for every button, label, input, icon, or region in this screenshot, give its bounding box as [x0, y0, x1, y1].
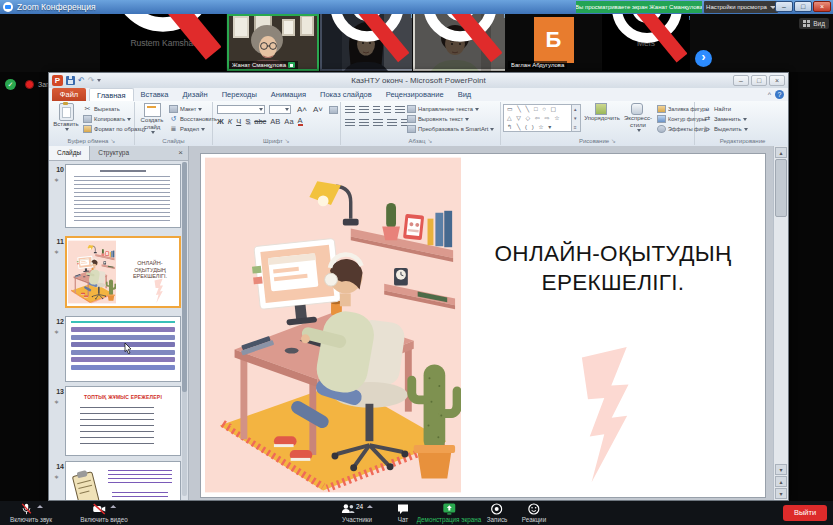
new-slide-button[interactable]: Создать слайд [137, 103, 167, 134]
tab-design[interactable]: Дизайн [175, 88, 214, 101]
font-size-input[interactable] [269, 105, 291, 114]
leave-meeting-button[interactable]: Выйти [783, 505, 827, 521]
char-spacing-button[interactable]: АВ [270, 117, 280, 126]
reactions-button[interactable]: Реакции [522, 503, 546, 523]
tab-home[interactable]: Главная [89, 88, 134, 101]
dialog-launcher-icon[interactable]: ↘ [285, 138, 290, 144]
scrollbar-thumb[interactable] [775, 159, 787, 217]
tab-transitions[interactable]: Переходы [215, 88, 264, 101]
dialog-launcher-icon[interactable]: ↘ [611, 138, 616, 144]
font-name-input[interactable] [217, 105, 265, 114]
unmute-button[interactable]: Включить звук [10, 503, 52, 523]
lightning-shape[interactable] [556, 339, 668, 490]
change-case-button[interactable]: Аа [284, 117, 293, 126]
section-button[interactable]: ≣Раздел [169, 124, 205, 134]
zoom-minimize-button[interactable]: – [775, 1, 793, 12]
outline-tab[interactable]: Структура [90, 146, 137, 160]
drawing-group: ▭ ╲ ╲ □ ○ ▢△ ▽ ◇ ⇦ ⇨ ☆↰ ╲ ( ) ☆ ▾ ▴▾≡ Уп… [501, 102, 695, 145]
align-text-icon [407, 115, 416, 123]
zoom-close-button[interactable]: × [813, 1, 831, 12]
tab-file[interactable]: Файл [52, 88, 86, 101]
next-participants-page-button[interactable]: › [695, 50, 712, 67]
dialog-launcher-icon[interactable]: ↘ [110, 138, 115, 144]
shapes-gallery[interactable]: ▭ ╲ ╲ □ ○ ▢△ ▽ ◇ ⇦ ⇨ ☆↰ ╲ ( ) ☆ ▾ ▴▾≡ [503, 104, 581, 132]
shapes-scroll[interactable]: ▴▾≡ [571, 105, 580, 132]
zoom-maximize-button[interactable]: □ [794, 1, 812, 12]
shadow-button[interactable]: S [245, 117, 250, 126]
slide-thumbnail-14[interactable] [65, 461, 181, 500]
font-color-button[interactable]: А [298, 117, 303, 126]
chevron-up-icon[interactable] [37, 505, 43, 508]
close-panel-icon[interactable]: × [173, 146, 188, 160]
slide-title-textbox[interactable]: ОНЛАЙН-ОҚЫТУДЫҢ ЕРЕКШЕЛІГІ. [467, 240, 759, 298]
quick-styles-button[interactable]: Экспресс-стили [621, 103, 655, 132]
view-options-button[interactable]: Настройки просмотра [704, 1, 778, 13]
participant-tile-baglan[interactable]: Б Баглан Абдугулова [506, 14, 601, 71]
alignment-buttons[interactable] [345, 119, 410, 127]
ppt-minimize-button[interactable]: – [733, 75, 749, 86]
paste-button[interactable]: Вставить [52, 103, 80, 131]
italic-button[interactable]: К [228, 117, 232, 126]
replace-button[interactable]: ⇄Заменить [703, 114, 747, 124]
layout-button[interactable]: Макет [169, 104, 202, 114]
record-button[interactable]: Запись [487, 503, 508, 523]
participant-tile-zhanat[interactable]: Жанат Сманқұлова [227, 14, 319, 71]
editor-scrollbar[interactable]: ▴ ▾ ▴ ▾ [773, 146, 788, 500]
grow-font-button[interactable]: А˄ [297, 105, 307, 114]
view-layout-button[interactable]: Вид [799, 18, 829, 29]
tab-slideshow[interactable]: Показ слайдов [313, 88, 379, 101]
copy-button[interactable]: Копировать [83, 114, 131, 124]
slide-thumbnail-13[interactable]: ТОПТЫҚ ЖҰМЫС ЕРЕЖЕЛЕРІ [65, 386, 181, 456]
participant-tile-mareka[interactable]: Марека Тулекова [413, 14, 505, 71]
list-buttons[interactable] [345, 106, 406, 114]
tab-view[interactable]: Вид [451, 88, 479, 101]
participants-button[interactable]: 24 Участники [341, 503, 373, 523]
text-direction-button[interactable]: Направление текста [407, 104, 479, 114]
chevron-down-icon [201, 128, 205, 131]
clear-formatting-icon[interactable] [329, 106, 338, 114]
tab-review[interactable]: Рецензирование [379, 88, 451, 101]
next-slide-icon[interactable]: ▾ [775, 488, 787, 499]
participant-tile-rustem[interactable]: Rustem Kamshat Rustem Kamshat [100, 14, 226, 71]
share-screen-button[interactable]: Демонстрация экрана [417, 503, 481, 523]
slide-thumbnail-12[interactable] [65, 316, 181, 382]
arrange-button[interactable]: Упорядочить [585, 103, 619, 122]
slide-thumbnail-11-selected[interactable]: ОНЛАЙН-ОҚЫТУДЫҢ ЕРЕКШЕЛІГІ. [65, 236, 181, 308]
convert-smartart-button[interactable]: Преобразовать в SmartArt [407, 124, 494, 134]
slide-canvas[interactable]: ОНЛАЙН-ОҚЫТУДЫҢ ЕРЕКШЕЛІГІ. [200, 153, 766, 498]
collapse-ribbon-icon[interactable]: ^ [768, 90, 771, 99]
slide-illustration[interactable] [205, 157, 461, 493]
chevron-up-icon[interactable] [367, 505, 373, 508]
tab-insert[interactable]: Вставка [134, 88, 176, 101]
security-shield-icon[interactable]: ✓ [5, 79, 16, 90]
reset-button[interactable]: ↺Восстановить [169, 114, 217, 124]
strikethrough-button[interactable]: abc [254, 117, 266, 126]
slides-tab[interactable]: Слайды [49, 146, 90, 160]
participant-initial: Б [534, 17, 574, 63]
group-label: Рисование↘ [501, 137, 694, 144]
scroll-down-icon[interactable]: ▾ [775, 464, 787, 475]
powerpoint-titlebar[interactable]: P ↶ ↷ КазНТУ оконч - Microsoft PowerPoin… [49, 73, 788, 89]
panel-scrollbar[interactable] [182, 162, 187, 496]
find-button[interactable]: ⌕Найти [703, 104, 731, 114]
align-text-button[interactable]: Выровнять текст [407, 114, 469, 124]
cut-button[interactable]: ✂Вырезать [83, 104, 120, 114]
shrink-font-button[interactable]: А˅ [313, 105, 323, 114]
select-button[interactable]: ▷Выделить [703, 124, 748, 134]
dialog-launcher-icon[interactable]: ↘ [427, 138, 432, 144]
powerpoint-window-title: КазНТУ оконч - Microsoft PowerPoint [49, 76, 788, 85]
ppt-close-button[interactable]: × [769, 75, 785, 86]
ppt-maximize-button[interactable]: □ [751, 75, 767, 86]
participant-tile-mels[interactable]: Mels Mels [602, 14, 690, 71]
scroll-up-icon[interactable]: ▴ [775, 147, 787, 158]
bold-button[interactable]: Ж [217, 117, 224, 126]
slide-thumbnail-10[interactable] [65, 164, 181, 228]
chat-button[interactable]: Чат [397, 503, 409, 523]
help-icon[interactable]: ? [775, 90, 784, 99]
previous-slide-icon[interactable]: ▴ [775, 476, 787, 487]
chevron-up-icon[interactable] [110, 505, 116, 508]
participant-tile-gulim[interactable]: Гулим Астемес [320, 14, 412, 71]
underline-button[interactable]: Ч [236, 117, 241, 126]
start-video-button[interactable]: Включить видео [80, 503, 128, 523]
tab-animations[interactable]: Анимация [264, 88, 313, 101]
